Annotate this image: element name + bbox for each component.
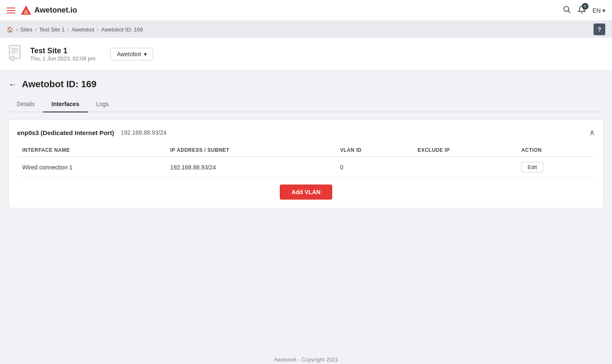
section-title-row: ← Awetobot ID: 169 bbox=[8, 79, 604, 90]
breadcrumb-sites[interactable]: Sites bbox=[20, 26, 32, 33]
footer: Awetonet - Copyright 2021 bbox=[0, 350, 612, 364]
cell-interface-name: Wired connection 1 bbox=[17, 157, 165, 178]
col-exclude-ip: EXCLUDE IP bbox=[412, 144, 516, 157]
interface-header: enp0s3 (Dedicated Internet Port) 192.168… bbox=[17, 128, 595, 137]
top-navbar: Awetonet.io 0 EN ▾ bbox=[0, 0, 612, 21]
search-icon[interactable] bbox=[563, 5, 571, 16]
interface-ip: 192.168.88.93/24 bbox=[121, 129, 167, 136]
interfaces-table: INTERFACE NAME IP ADDRESS / SUBNET VLAN … bbox=[17, 144, 595, 178]
table-row: Wired connection 1 192.168.88.93/24 0 Ed… bbox=[17, 157, 595, 178]
cell-vlan-id: 0 bbox=[335, 157, 413, 178]
language-selector[interactable]: EN ▾ bbox=[593, 7, 605, 14]
svg-rect-4 bbox=[9, 45, 20, 59]
help-button[interactable]: ? bbox=[594, 23, 605, 35]
tabs-container: Details Interfaces Logs bbox=[8, 96, 604, 112]
home-icon[interactable]: 🏠 bbox=[7, 26, 13, 33]
site-info: Test Site 1 Thu, 1 Jun 2023, 02:09 pm bbox=[30, 47, 95, 62]
breadcrumb-test-site[interactable]: Test Site 1 bbox=[39, 26, 65, 33]
breadcrumb: 🏠 › Sites › Test Site 1 › Awetobot › Awe… bbox=[7, 26, 143, 33]
tab-details[interactable]: Details bbox=[8, 96, 43, 112]
site-document-icon: ? bbox=[8, 44, 23, 63]
col-action: ACTION bbox=[516, 144, 595, 157]
footer-text: Awetonet - Copyright 2021 bbox=[274, 356, 339, 363]
logo-text: Awetonet.io bbox=[34, 6, 77, 15]
site-timestamp: Thu, 1 Jun 2023, 02:09 pm bbox=[30, 55, 95, 62]
svg-line-3 bbox=[568, 11, 570, 13]
dropdown-arrow-icon: ▾ bbox=[144, 51, 147, 57]
interface-name: enp0s3 (Dedicated Internet Port) bbox=[17, 129, 114, 136]
back-button[interactable]: ← bbox=[8, 80, 17, 89]
logo: Awetonet.io bbox=[20, 5, 77, 16]
add-vlan-row: Add VLAN bbox=[17, 185, 595, 200]
site-name: Test Site 1 bbox=[30, 47, 95, 55]
tab-interfaces[interactable]: Interfaces bbox=[43, 96, 88, 112]
page-header: ? Test Site 1 Thu, 1 Jun 2023, 02:09 pm … bbox=[0, 38, 612, 70]
interfaces-card: enp0s3 (Dedicated Internet Port) 192.168… bbox=[8, 119, 604, 208]
awetobot-dropdown-btn[interactable]: Awetobot ▾ bbox=[110, 48, 153, 60]
notification-bell[interactable]: 0 bbox=[578, 5, 586, 16]
breadcrumb-awetobot[interactable]: Awetobot bbox=[72, 26, 94, 33]
logo-icon bbox=[20, 5, 32, 16]
tab-logs[interactable]: Logs bbox=[88, 96, 117, 112]
interfaces-table-container: INTERFACE NAME IP ADDRESS / SUBNET VLAN … bbox=[17, 144, 595, 178]
breadcrumb-bar: 🏠 › Sites › Test Site 1 › Awetobot › Awe… bbox=[0, 21, 612, 38]
main-content: ← Awetobot ID: 169 Details Interfaces Lo… bbox=[0, 70, 612, 350]
collapse-chevron-icon[interactable]: ∧ bbox=[589, 128, 595, 137]
col-vlan-id: VLAN ID bbox=[335, 144, 413, 157]
col-interface-name: INTERFACE NAME bbox=[17, 144, 165, 157]
cell-exclude-ip bbox=[412, 157, 516, 178]
page-title: Awetobot ID: 169 bbox=[22, 79, 96, 90]
svg-text:?: ? bbox=[11, 58, 13, 61]
edit-button[interactable]: Edit bbox=[521, 162, 543, 172]
cell-ip-subnet: 192.168.88.93/24 bbox=[165, 157, 335, 178]
col-ip-subnet: IP ADDRESS / SUBNET bbox=[165, 144, 335, 157]
add-vlan-button[interactable]: Add VLAN bbox=[280, 185, 332, 200]
cell-action: Edit bbox=[516, 157, 595, 178]
notification-badge: 0 bbox=[582, 3, 589, 10]
breadcrumb-current: Awetobot ID: 169 bbox=[101, 26, 143, 33]
hamburger-menu[interactable] bbox=[7, 8, 15, 13]
